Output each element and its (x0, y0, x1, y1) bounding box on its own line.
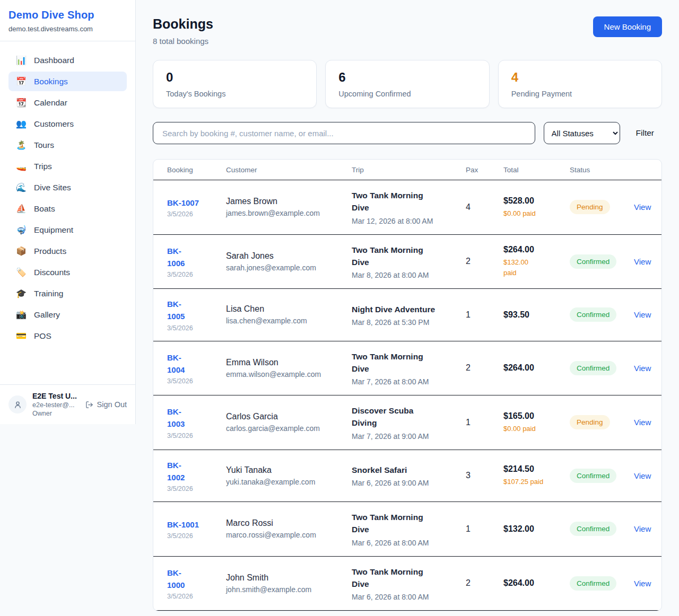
view-link[interactable]: View (634, 524, 651, 533)
booking-date: 3/5/2026 (167, 377, 226, 385)
booking-link[interactable]: BK-1007 (167, 197, 226, 209)
sidebar-item-boats[interactable]: ⛵ Boats (8, 199, 127, 218)
trip-name: Two Tank Morning Dive (352, 566, 466, 591)
sign-out-label: Sign Out (97, 400, 127, 409)
table-row[interactable]: BK- 1004 3/5/2026 Emma Wilson emma.wilso… (153, 341, 661, 396)
trip-time: Mar 7, 2026 at 8:00 AM (352, 377, 466, 386)
pax-value: 1 (466, 310, 503, 320)
customer-name: Carlos Garcia (226, 412, 352, 421)
bar-chart-icon: 📊 (15, 55, 27, 65)
stat-label: Upcoming Confirmed (338, 90, 476, 98)
booking-link[interactable]: BK- 1003 (167, 406, 226, 430)
calendar-icon: 📆 (15, 98, 27, 108)
status-cell: Pending (570, 415, 634, 429)
trip-name: Two Tank Morning Dive (352, 244, 466, 269)
customer-email: marco.rossi@example.com (226, 531, 352, 539)
sidebar-item-bookings[interactable]: 📅 Bookings (8, 72, 127, 91)
customer-email: lisa.chen@example.com (226, 316, 352, 325)
table-row[interactable]: BK-1001 3/5/2026 Marco Rossi marco.rossi… (153, 502, 661, 557)
table-row[interactable]: BK-1007 3/5/2026 James Brown james.brown… (153, 180, 661, 235)
column-header-total: Total (503, 166, 570, 174)
booking-cell: BK- 1003 3/5/2026 (167, 406, 226, 439)
status-badge: Confirmed (570, 254, 616, 269)
search-input[interactable] (153, 122, 535, 144)
view-link[interactable]: View (634, 418, 651, 427)
sidebar-item-trips[interactable]: 🚤 Trips (8, 156, 127, 176)
sidebar-item-dive-sites[interactable]: 🌊 Dive Sites (8, 178, 127, 197)
stat-label: Pending Payment (511, 90, 649, 98)
sidebar-item-products[interactable]: 📦 Products (8, 241, 127, 261)
view-link[interactable]: View (634, 579, 651, 588)
status-cell: Confirmed (570, 576, 634, 591)
sidebar-item-pos[interactable]: 💳 POS (8, 326, 127, 346)
trip-name: Discover Scuba Diving (352, 404, 466, 429)
table-row[interactable]: BK- 1006 3/5/2026 Sarah Jones sarah.jone… (153, 235, 661, 289)
stat-card: 0 Today's Bookings (153, 60, 317, 108)
stat-value: 6 (338, 70, 476, 85)
total-cell: $528.00 $0.00 paid (503, 196, 570, 219)
stat-card: 4 Pending Payment (498, 60, 662, 108)
customer-name: James Brown (226, 197, 352, 206)
view-link[interactable]: View (634, 364, 651, 373)
booking-link[interactable]: BK- 1006 (167, 245, 226, 270)
status-cell: Confirmed (570, 254, 634, 269)
customer-name: Sarah Jones (226, 251, 352, 261)
user-name: E2E Test U... (32, 392, 80, 400)
booking-cell: BK- 1002 3/5/2026 (167, 459, 226, 493)
status-filter-select[interactable]: All Statuses (544, 122, 620, 144)
booking-link[interactable]: BK- 1005 (167, 298, 226, 323)
booking-date: 3/5/2026 (167, 210, 226, 218)
user-footer: E2E Test U... e2e-tester@... Owner Sign … (0, 384, 135, 424)
sidebar-item-equipment[interactable]: 🤿 Equipment (8, 220, 127, 240)
main-content: Bookings 8 total bookings New Booking 0 … (136, 0, 679, 616)
stat-card: 6 Upcoming Confirmed (325, 60, 489, 108)
status-badge: Confirmed (570, 469, 616, 483)
sidebar-item-customers[interactable]: 👥 Customers (8, 114, 127, 134)
speedboat-icon: 🚤 (15, 161, 27, 171)
booking-link[interactable]: BK- 1002 (167, 459, 226, 484)
sidebar-item-gallery[interactable]: 📸 Gallery (8, 305, 127, 324)
controls-row: All Statuses Filter (153, 122, 662, 144)
status-badge: Confirmed (570, 307, 616, 322)
view-link[interactable]: View (634, 203, 651, 212)
customer-name: Lisa Chen (226, 304, 352, 314)
user-role: Owner (32, 410, 80, 417)
booking-link[interactable]: BK- 1000 (167, 567, 226, 592)
graduation-cap-icon: 🎓 (15, 288, 27, 298)
stat-value: 0 (166, 70, 303, 85)
view-link[interactable]: View (634, 310, 651, 319)
table-row[interactable]: BK- 1000 3/5/2026 John Smith john.smith@… (153, 557, 661, 611)
people-icon: 👥 (15, 119, 27, 129)
booking-link[interactable]: BK-1001 (167, 518, 226, 531)
customer-cell: James Brown james.brown@example.com (226, 197, 352, 217)
trip-name: Snorkel Safari (352, 464, 466, 476)
table-row[interactable]: BK- 1003 3/5/2026 Carlos Garcia carlos.g… (153, 395, 661, 450)
booking-date: 3/5/2026 (167, 271, 226, 278)
table-row[interactable]: BK- 1002 3/5/2026 Yuki Tanaka yuki.tanak… (153, 450, 661, 503)
sign-out-button[interactable]: Sign Out (85, 400, 127, 409)
status-cell: Pending (570, 200, 634, 214)
sailboat-icon: ⛵ (15, 204, 27, 214)
total-cell: $132.00 (503, 524, 570, 534)
booking-link[interactable]: BK- 1004 (167, 351, 226, 376)
sidebar-item-discounts[interactable]: 🏷️ Discounts (8, 262, 127, 282)
customer-email: john.smith@example.com (226, 585, 352, 594)
trip-cell: Snorkel Safari Mar 6, 2026 at 9:00 AM (352, 464, 466, 487)
customer-cell: Lisa Chen lisa.chen@example.com (226, 304, 352, 325)
trip-time: Mar 8, 2026 at 5:30 PM (352, 318, 466, 327)
status-badge: Confirmed (570, 361, 616, 375)
table-row[interactable]: BK- 1005 3/5/2026 Lisa Chen lisa.chen@ex… (153, 289, 661, 341)
sidebar-item-dashboard[interactable]: 📊 Dashboard (8, 50, 127, 70)
customer-name: Marco Rossi (226, 518, 352, 528)
sidebar-item-tours[interactable]: 🏝️ Tours (8, 135, 127, 155)
status-cell: Confirmed (570, 469, 634, 483)
filter-button[interactable]: Filter (636, 128, 654, 138)
sidebar-item-training[interactable]: 🎓 Training (8, 284, 127, 303)
view-link[interactable]: View (634, 471, 651, 480)
total-amount: $93.50 (503, 310, 570, 320)
view-link[interactable]: View (634, 257, 651, 266)
sidebar-item-label: Boats (34, 204, 55, 214)
sidebar-item-calendar[interactable]: 📆 Calendar (8, 93, 127, 112)
user-email: e2e-tester@... (32, 401, 80, 409)
new-booking-button[interactable]: New Booking (593, 16, 662, 37)
